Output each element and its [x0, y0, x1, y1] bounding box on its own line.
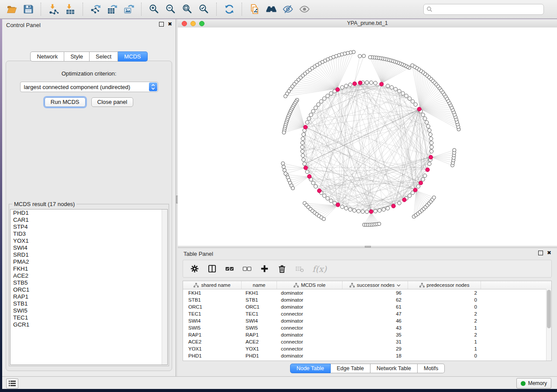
control-panel-header: Control Panel ✖ — [2, 19, 176, 31]
close-panel-button[interactable]: Close panel — [91, 97, 134, 107]
table-row[interactable]: STB1STB1dominator620 — [183, 296, 551, 303]
task-history-button[interactable] — [6, 378, 18, 389]
table-cell: 1 — [408, 339, 481, 344]
table-cell: dominator — [277, 332, 343, 337]
float-panel-icon[interactable] — [159, 22, 164, 27]
table-row[interactable]: ACE2ACE2connector311 — [183, 338, 551, 345]
table-row[interactable]: SWI5SWI5connector431 — [183, 324, 551, 331]
mcds-result-list[interactable]: PHD1CAR1STP4TID3YOX1SWI4SRD1PMA2FKH1ACE2… — [10, 209, 168, 365]
import-network-icon[interactable] — [47, 3, 60, 16]
list-icon — [9, 381, 16, 386]
table-row[interactable]: RAP1RAP1dominator352 — [183, 331, 551, 338]
search-input[interactable] — [432, 5, 543, 14]
tab-network[interactable]: Network — [30, 52, 64, 62]
table-row[interactable]: ORC1ORC1dominator610 — [183, 303, 551, 310]
mcds-result-item: ORC1 — [10, 286, 167, 293]
column-header-MCDS-role[interactable]: MCDS role — [277, 281, 343, 289]
tab-select[interactable]: Select — [90, 52, 118, 62]
column-header-successor-nodes[interactable]: successor nodes — [343, 281, 408, 289]
table-row[interactable]: SWI4SWI4dominator462 — [183, 317, 551, 324]
zoom-in-icon[interactable] — [148, 3, 161, 16]
column-header-predecessor-nodes[interactable]: predecessor nodes — [408, 281, 481, 289]
table-cell: SWI5 — [183, 325, 242, 330]
table-row[interactable]: YOX1YOX1connector291 — [183, 345, 551, 352]
table-cell: RAP1 — [242, 332, 277, 337]
tab-network-table[interactable]: Network Table — [370, 364, 418, 373]
mcds-result-item: RAP1 — [10, 293, 167, 300]
import-table-icon[interactable] — [64, 3, 77, 16]
zoom-out-icon[interactable] — [164, 3, 177, 16]
select-all-icon[interactable] — [225, 264, 234, 273]
hide-selection-icon[interactable] — [281, 3, 294, 16]
open-file-icon[interactable] — [5, 3, 18, 16]
search-box[interactable] — [423, 4, 544, 15]
mcds-result-title: MCDS result (17 nodes) — [12, 201, 76, 207]
table-cell: SWI4 — [183, 318, 242, 323]
mcds-result-item: STB1 — [10, 300, 167, 307]
tab-edge-table[interactable]: Edge Table — [331, 364, 370, 373]
search-icon — [426, 6, 432, 12]
add-column-icon[interactable] — [260, 264, 269, 273]
memory-button[interactable]: Memory — [516, 378, 551, 389]
close-panel-icon[interactable]: ✖ — [168, 22, 172, 27]
zoom-selected-icon[interactable] — [197, 3, 211, 16]
table-cell: 0 — [408, 297, 481, 303]
table-cell: 47 — [343, 311, 408, 316]
column-label: predecessor nodes — [427, 282, 470, 288]
export-image-icon[interactable] — [122, 3, 135, 16]
control-panel-tabs: Network Style Select MCDS — [2, 52, 176, 62]
table-cell: ACE2 — [183, 339, 242, 344]
tab-style[interactable]: Style — [64, 52, 90, 62]
tab-node-table[interactable]: Node Table — [290, 364, 331, 373]
mcds-result-items: PHD1CAR1STP4TID3YOX1SWI4SRD1PMA2FKH1ACE2… — [10, 210, 167, 328]
mcds-list-scrollbar[interactable] — [162, 210, 167, 364]
criterion-select[interactable]: largest connected component (undirected) — [20, 82, 158, 92]
table-cell: 1 — [408, 325, 481, 330]
float-panel-icon[interactable] — [538, 251, 543, 255]
show-eye-icon[interactable] — [298, 3, 311, 16]
binoculars-icon[interactable] — [265, 3, 278, 16]
network-window-titlebar[interactable]: YPA_prune.txt_1 — [178, 19, 557, 28]
mcds-result-item: PMA2 — [10, 258, 167, 265]
toolbar-separator — [83, 3, 83, 16]
table-cell: 18 — [343, 353, 408, 358]
table-scrollbar[interactable] — [546, 289, 551, 361]
column-header-name[interactable]: name — [242, 281, 277, 289]
column-header-filler — [481, 281, 551, 289]
table-cell: YOX1 — [242, 346, 277, 351]
table-settings-gear-icon[interactable] — [190, 264, 199, 273]
mcds-result-item: TID3 — [10, 230, 167, 237]
mcds-result-item: ACE2 — [10, 272, 167, 279]
run-mcds-button[interactable]: Run MCDS — [45, 97, 86, 107]
table-cell: 62 — [343, 297, 408, 303]
delete-icon[interactable] — [277, 264, 287, 273]
table-row[interactable]: PHD1PHD1dominator180 — [183, 352, 551, 359]
table-cell: dominator — [277, 304, 343, 309]
tab-mcds[interactable]: MCDS — [118, 52, 147, 62]
table-panel-title: Table Panel — [183, 251, 213, 257]
mcds-result-item: PHD1 — [10, 210, 167, 217]
tab-motifs[interactable]: Motifs — [418, 364, 445, 373]
export-table-icon[interactable] — [106, 3, 119, 16]
mcds-result-item: GCR1 — [10, 321, 167, 328]
deselect-all-icon[interactable] — [242, 264, 252, 273]
save-session-icon[interactable] — [22, 3, 35, 16]
column-header-shared-name[interactable]: shared name — [183, 281, 242, 289]
table-cell: FKH1 — [242, 290, 277, 296]
table-cell: PHD1 — [183, 353, 242, 358]
zoom-fit-icon[interactable] — [181, 3, 194, 16]
table-cell: 1 — [408, 346, 481, 351]
export-network-icon[interactable] — [89, 3, 102, 16]
show-columns-icon[interactable] — [208, 264, 217, 273]
table-cell: STB1 — [183, 297, 242, 303]
close-panel-icon[interactable]: ✖ — [547, 251, 551, 255]
network-canvas[interactable] — [178, 28, 557, 246]
table-cell: 61 — [343, 304, 408, 309]
table-row[interactable]: FKH1FKH1dominator962 — [183, 289, 551, 296]
clone-network-icon[interactable] — [248, 3, 261, 16]
table-cell: 2 — [408, 311, 481, 316]
table-cell: 31 — [343, 339, 408, 344]
scrollbar-thumb[interactable] — [547, 290, 551, 328]
table-row[interactable]: TEC1TEC1connector472 — [183, 310, 551, 317]
refresh-layout-icon[interactable] — [223, 3, 236, 16]
